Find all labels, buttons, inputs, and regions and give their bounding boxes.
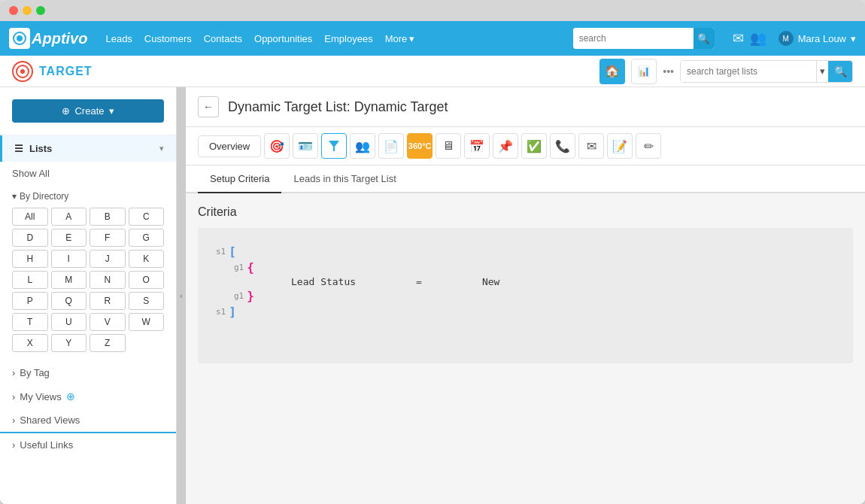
mail-toolbar-icon[interactable]: ✉ xyxy=(578,133,604,159)
letter-btn-q[interactable]: Q xyxy=(51,292,87,310)
letter-btn-t[interactable]: T xyxy=(12,313,48,331)
letter-btn-f[interactable]: F xyxy=(90,229,126,247)
letter-btn-all[interactable]: All xyxy=(12,208,48,226)
letter-btn-r[interactable]: R xyxy=(90,292,126,310)
sidebar-lists-section: ☰ Lists ▾ Show All ▾ By Directory AllABC… xyxy=(0,135,176,361)
sidebar-section-title: ☰ Lists xyxy=(14,143,52,154)
username: Mara Louw xyxy=(798,33,846,44)
letter-btn-m[interactable]: M xyxy=(51,271,87,289)
title-bar xyxy=(0,0,865,21)
content-area: ← Dynamic Target List: Dynamic Target Ov… xyxy=(186,87,865,504)
nav-employees[interactable]: Employees xyxy=(324,33,372,44)
overview-button[interactable]: Overview xyxy=(198,135,261,157)
create-chevron-icon: ▾ xyxy=(109,105,114,117)
letter-btn-j[interactable]: J xyxy=(90,250,126,268)
sidebar-lists-header[interactable]: ☰ Lists ▾ xyxy=(0,135,176,162)
letter-btn-n[interactable]: N xyxy=(90,271,126,289)
top-search-bar: 🔍 xyxy=(573,28,715,49)
sidebar-shared-views[interactable]: › Shared Views xyxy=(0,408,176,432)
360-toolbar-icon[interactable]: 360°C xyxy=(407,133,432,159)
list-search-bar: ▾ 🔍 xyxy=(680,60,853,83)
monitor-toolbar-icon[interactable]: 🖥 xyxy=(436,133,461,159)
criteria-g1-open: g1 { xyxy=(216,260,835,275)
edit-toolbar-icon[interactable]: ✏ xyxy=(636,133,661,159)
sidebar-useful-links[interactable]: › Useful Links xyxy=(0,432,176,457)
id-card-toolbar-icon[interactable]: 🪪 xyxy=(293,133,318,159)
user-menu[interactable]: M Mara Louw ▾ xyxy=(778,31,856,46)
toolbar: Overview 🎯 🪪 👥 📄 360°C 🖥 📅 📌 ✅ 📞 ✉ 📝 ✏ xyxy=(186,127,865,165)
list-search-submit-button[interactable]: 🔍 xyxy=(828,60,852,83)
check-toolbar-icon[interactable]: ✅ xyxy=(521,133,547,159)
more-options-icon[interactable]: ••• xyxy=(663,65,674,77)
letter-btn-v[interactable]: V xyxy=(90,313,126,331)
nav-opportunities[interactable]: Opportunities xyxy=(254,33,312,44)
create-button[interactable]: ⊕ Create ▾ xyxy=(12,99,164,123)
letter-btn-w[interactable]: W xyxy=(129,313,165,331)
tab-leads-in-list[interactable]: Leads in this Target List xyxy=(281,165,408,193)
letter-btn-c[interactable]: C xyxy=(129,208,165,226)
show-all-button[interactable]: Show All xyxy=(0,162,176,185)
letter-btn-a[interactable]: A xyxy=(51,208,87,226)
letter-btn-z[interactable]: Z xyxy=(90,334,126,352)
list-search-dropdown-button[interactable]: ▾ xyxy=(816,61,828,82)
nav-customers[interactable]: Customers xyxy=(144,33,192,44)
criteria-box: s1 [ g1 { Lead Status = New xyxy=(198,228,853,363)
logo-text: Apptivo xyxy=(32,30,87,47)
list-search-input[interactable] xyxy=(681,61,816,82)
criteria-s1-open: s1 [ xyxy=(216,244,835,259)
tab-setup-criteria[interactable]: Setup Criteria xyxy=(198,165,281,193)
my-views-add-icon[interactable]: ⊕ xyxy=(66,390,75,402)
top-search-input[interactable] xyxy=(573,28,694,49)
letter-btn-i[interactable]: I xyxy=(51,250,87,268)
user-chevron-icon: ▾ xyxy=(851,33,856,44)
nav-contacts[interactable]: Contacts xyxy=(204,33,242,44)
letter-btn-y[interactable]: Y xyxy=(51,334,87,352)
back-button[interactable]: ← xyxy=(198,96,219,117)
close-button[interactable] xyxy=(9,6,18,15)
top-nav: Apptivo Leads Customers Contacts Opportu… xyxy=(0,21,865,56)
people-toolbar-icon[interactable]: 👥 xyxy=(350,133,375,159)
nav-icons: ✉ 👥 xyxy=(733,30,766,47)
directory-section: ▾ By Directory AllABCDEFGHIJKLMNOPQRSTUV… xyxy=(0,185,176,361)
letter-btn-h[interactable]: H xyxy=(12,250,48,268)
letter-btn-k[interactable]: K xyxy=(129,250,165,268)
calendar-toolbar-icon[interactable]: 📅 xyxy=(464,133,490,159)
phone-toolbar-icon[interactable]: 📞 xyxy=(550,133,575,159)
nav-more[interactable]: More ▾ xyxy=(385,33,415,44)
letter-btn-b[interactable]: B xyxy=(90,208,126,226)
letter-btn-o[interactable]: O xyxy=(129,271,165,289)
letter-btn-l[interactable]: L xyxy=(12,271,48,289)
avatar: M xyxy=(778,31,794,46)
note-toolbar-icon[interactable]: 📝 xyxy=(607,133,633,159)
pin-toolbar-icon[interactable]: 📌 xyxy=(493,133,518,159)
maximize-button[interactable] xyxy=(36,6,45,15)
mail-nav-icon[interactable]: ✉ xyxy=(733,30,744,47)
list-icon: ☰ xyxy=(14,143,23,154)
sidebar-my-views[interactable]: › My Views ⊕ xyxy=(0,384,176,408)
sidebar-wrapper: ⊕ Create ▾ ☰ Lists ▾ Show All xyxy=(0,87,186,504)
sidebar-collapse-handle[interactable]: ‹ xyxy=(177,87,186,504)
letter-btn-d[interactable]: D xyxy=(12,229,48,247)
contacts-nav-icon[interactable]: 👥 xyxy=(750,30,766,47)
home-button[interactable]: 🏠 xyxy=(599,59,625,84)
sidebar-create-area: ⊕ Create ▾ xyxy=(0,87,176,135)
sidebar-by-tag[interactable]: › By Tag xyxy=(0,361,176,384)
search-icon: 🔍 xyxy=(697,33,710,44)
target-toolbar-icon[interactable]: 🎯 xyxy=(264,133,290,159)
letter-btn-e[interactable]: E xyxy=(51,229,87,247)
target-logo: TARGET xyxy=(12,61,93,82)
document-toolbar-icon[interactable]: 📄 xyxy=(378,133,404,159)
letter-btn-p[interactable]: P xyxy=(12,292,48,310)
minimize-button[interactable] xyxy=(23,6,32,15)
letter-btn-u[interactable]: U xyxy=(51,313,87,331)
letter-btn-x[interactable]: X xyxy=(12,334,48,352)
chart-button[interactable]: 📊 xyxy=(631,59,657,84)
collapse-icon: ▾ xyxy=(12,191,17,202)
more-chevron-icon: ▾ xyxy=(409,33,414,44)
letter-btn-s[interactable]: S xyxy=(129,292,165,310)
letter-btn-g[interactable]: G xyxy=(129,229,165,247)
funnel-toolbar-icon[interactable] xyxy=(321,133,347,159)
top-search-button[interactable]: 🔍 xyxy=(694,28,715,49)
nav-leads[interactable]: Leads xyxy=(105,33,132,44)
criteria-area: Criteria s1 [ g1 { Lead Status xyxy=(186,193,865,504)
